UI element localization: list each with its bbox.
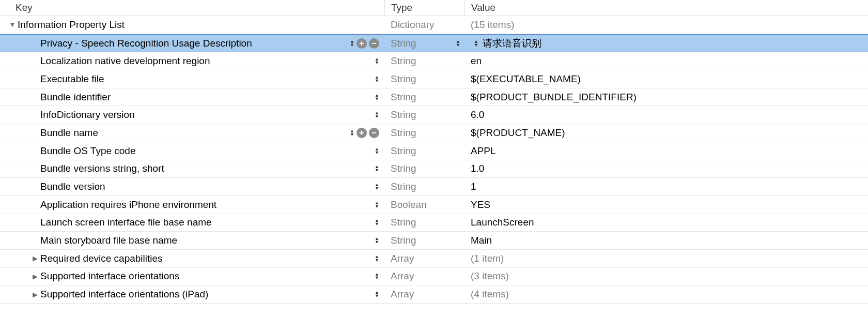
plist-row[interactable]: ▶Main storyboard file base name▲▼StringM… [0, 232, 868, 250]
key-stepper-icon[interactable]: ▲▼ [375, 57, 379, 65]
type-label: String [391, 109, 464, 121]
header-value[interactable]: Value [464, 0, 868, 16]
remove-row-button[interactable]: − [369, 38, 379, 49]
plist-row[interactable]: ▶Supported interface orientations▲▼Array… [0, 268, 868, 286]
add-row-button[interactable]: + [357, 38, 367, 49]
column-header-row: Key Type Value [0, 0, 868, 16]
value-stepper-icon[interactable]: ▲▼ [474, 40, 478, 47]
plist-row[interactable]: ▶Required device capabilities▲▼Array(1 i… [0, 250, 868, 268]
plist-row[interactable]: ▶Bundle name▲▼+−String$(PRODUCT_NAME) [0, 124, 868, 142]
plist-row[interactable]: ▶Executable file▲▼String$(EXECUTABLE_NAM… [0, 70, 868, 88]
key-stepper-icon[interactable]: ▲▼ [375, 219, 379, 226]
plist-root-row[interactable]: ▼ Information Property List ▲▼ Dictionar… [0, 16, 868, 34]
key-label: Bundle version [40, 181, 371, 192]
value-label: LaunchScreen [471, 217, 868, 228]
value-label: (15 items) [471, 19, 868, 31]
type-label: Array [391, 270, 464, 282]
key-label: Bundle identifier [40, 92, 371, 103]
value-label: YES [471, 199, 868, 210]
key-stepper-icon[interactable]: ▲▼ [375, 201, 379, 208]
key-label: Supported interface orientations (iPad) [40, 289, 371, 300]
type-label: String [391, 145, 464, 157]
type-label: String [391, 127, 464, 139]
key-label: Bundle name [40, 127, 347, 139]
type-label: Array [391, 289, 464, 300]
plist-rows: ▶Privacy - Speech Recognition Usage Desc… [0, 34, 868, 304]
plist-row[interactable]: ▶Bundle versions string, short▲▼String1.… [0, 160, 868, 178]
type-label: String [391, 217, 464, 228]
remove-row-button[interactable]: − [369, 128, 379, 138]
type-label: String [391, 163, 464, 174]
type-label: Array [391, 253, 464, 264]
value-label: (3 items) [471, 270, 868, 282]
value-label: $(PRODUCT_NAME) [471, 127, 868, 139]
type-label: Dictionary [391, 19, 464, 31]
header-key[interactable]: Key [0, 0, 384, 16]
key-label: Main storyboard file base name [40, 235, 371, 246]
key-stepper-icon[interactable]: ▲▼ [375, 291, 379, 298]
value-label: 请求语音识别 [483, 37, 868, 50]
plist-row[interactable]: ▶Launch screen interface file base name▲… [0, 214, 868, 232]
disclosure-triangle-icon[interactable]: ▶ [32, 291, 38, 298]
key-stepper-icon[interactable]: ▲▼ [350, 129, 354, 137]
plist-row[interactable]: ▶Privacy - Speech Recognition Usage Desc… [0, 34, 868, 53]
key-stepper-icon[interactable]: ▲▼ [375, 76, 379, 83]
key-label: Required device capabilities [40, 253, 371, 264]
key-label: Bundle versions string, short [40, 163, 371, 174]
value-label: (1 item) [471, 253, 868, 264]
plist-row[interactable]: ▶Bundle OS Type code▲▼StringAPPL [0, 142, 868, 160]
plist-row[interactable]: ▶Bundle identifier▲▼String$(PRODUCT_BUND… [0, 88, 868, 107]
value-label: en [471, 55, 868, 67]
key-stepper-icon[interactable]: ▲▼ [375, 237, 379, 244]
key-stepper-icon[interactable]: ▲▼ [375, 255, 379, 262]
key-stepper-icon[interactable]: ▲▼ [375, 111, 379, 118]
key-stepper-icon[interactable]: ▲▼ [375, 273, 379, 280]
key-label: Application requires iPhone environment [40, 199, 371, 210]
type-label: String [391, 38, 453, 49]
type-label: String [391, 55, 464, 67]
add-row-button[interactable]: + [357, 128, 367, 138]
value-label: APPL [471, 145, 868, 157]
type-label: String [391, 73, 464, 85]
type-label: String [391, 92, 464, 103]
disclosure-triangle-icon[interactable]: ▶ [32, 273, 38, 280]
key-label: Executable file [40, 73, 371, 85]
value-label: $(EXECUTABLE_NAME) [471, 73, 868, 85]
disclosure-triangle-icon[interactable]: ▶ [32, 254, 38, 262]
plist-row[interactable]: ▶Application requires iPhone environment… [0, 196, 868, 214]
key-stepper-icon[interactable]: ▲▼ [375, 165, 379, 172]
plist-row[interactable]: ▶Bundle version▲▼String1 [0, 178, 868, 196]
key-label: Launch screen interface file base name [40, 217, 371, 228]
type-stepper-icon[interactable]: ▲▼ [456, 40, 460, 47]
key-stepper-icon[interactable]: ▲▼ [350, 40, 354, 47]
key-label: Information Property List [18, 19, 371, 31]
plist-row[interactable]: ▶InfoDictionary version▲▼String6.0 [0, 106, 868, 124]
key-stepper-icon[interactable]: ▲▼ [375, 147, 379, 155]
plist-row[interactable]: ▶Supported interface orientations (iPad)… [0, 285, 868, 304]
key-label: Localization native development region [40, 55, 371, 67]
key-label: InfoDictionary version [40, 109, 371, 121]
type-label: String [391, 235, 464, 246]
plist-editor: Key Type Value ▼ Information Property Li… [0, 0, 868, 304]
value-label: 6.0 [471, 109, 868, 121]
value-label: Main [471, 235, 868, 246]
type-label: String [391, 181, 464, 192]
disclosure-triangle-icon[interactable]: ▼ [9, 21, 16, 28]
value-label: 1 [471, 181, 868, 192]
key-stepper-icon[interactable]: ▲▼ [375, 94, 379, 101]
header-type[interactable]: Type [384, 0, 464, 16]
type-label: Boolean [391, 199, 464, 210]
plist-row[interactable]: ▶Localization native development region▲… [0, 52, 868, 70]
key-label: Supported interface orientations [40, 270, 371, 282]
value-label: $(PRODUCT_BUNDLE_IDENTIFIER) [471, 92, 868, 103]
key-stepper-icon[interactable]: ▲▼ [375, 183, 379, 190]
key-label: Privacy - Speech Recognition Usage Descr… [40, 38, 347, 49]
value-label: 1.0 [471, 163, 868, 174]
key-label: Bundle OS Type code [40, 145, 371, 157]
value-label: (4 items) [471, 289, 868, 300]
